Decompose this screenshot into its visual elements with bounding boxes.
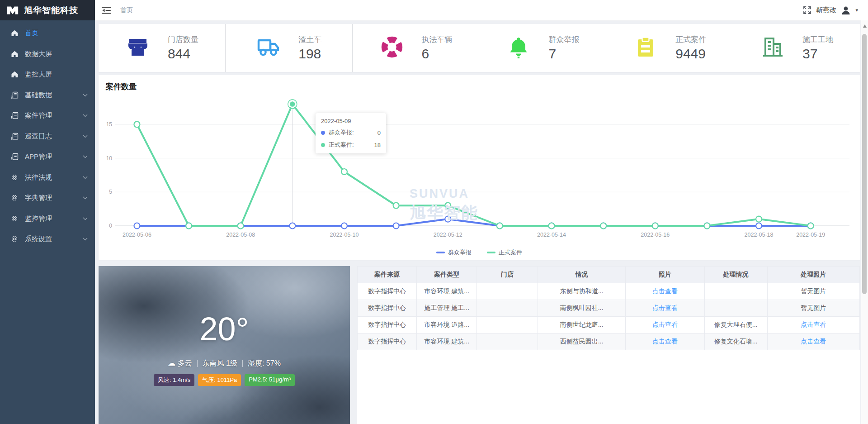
sidebar-item-9[interactable]: 监控管理 bbox=[0, 209, 95, 229]
stat-label: 施工工地 bbox=[802, 34, 833, 45]
collapse-sidebar-icon[interactable] bbox=[101, 6, 111, 15]
app-logo[interactable]: 旭华智能科技 bbox=[0, 0, 95, 20]
stats-row: 门店数量844渣土车198执法车辆6群众举报7正式案件9449施工工地37 bbox=[99, 24, 860, 72]
legend-item[interactable]: 群众举报 bbox=[436, 248, 472, 257]
panel-icon bbox=[11, 133, 19, 140]
series-dot-icon bbox=[321, 131, 325, 135]
scrollbar-thumb[interactable] bbox=[862, 34, 867, 294]
fullscreen-icon[interactable] bbox=[803, 6, 811, 14]
table-cell bbox=[477, 333, 538, 350]
stat-card-0: 门店数量844 bbox=[99, 24, 226, 72]
table-cell: 数字指挥中心 bbox=[358, 333, 417, 350]
sidebar-item-3[interactable]: 基础数据 bbox=[0, 85, 95, 106]
stat-text: 渣土车198 bbox=[298, 34, 321, 62]
table-cell: 修复文化石墙... bbox=[704, 333, 767, 350]
gear-icon bbox=[11, 194, 19, 202]
table-column-header: 案件类型 bbox=[417, 267, 477, 283]
chevron-down-icon bbox=[83, 94, 88, 97]
tooltip-label: 正式案件: bbox=[329, 141, 354, 149]
stat-card-1: 渣土车198 bbox=[226, 24, 353, 72]
tooltip-row: 群众举报:0 bbox=[321, 129, 381, 137]
stat-text: 群众举报7 bbox=[548, 34, 579, 62]
sidebar-item-0[interactable]: 首页 bbox=[0, 23, 95, 44]
gear-icon bbox=[11, 235, 19, 243]
sidebar-item-2[interactable]: 监控大屏 bbox=[0, 64, 95, 85]
stat-value: 198 bbox=[298, 46, 321, 62]
sidebar: 旭华智能科技 首页数据大屏监控大屏基础数据案件管理巡查日志APP管理法律法规字典… bbox=[0, 0, 95, 424]
panel-icon bbox=[11, 91, 19, 99]
view-photo-link[interactable]: 点击查看 bbox=[626, 333, 704, 350]
chevron-down-icon bbox=[83, 155, 88, 158]
table-cell: 南侧世纪龙庭... bbox=[538, 317, 625, 333]
topbar: 首页 靳燕改 ▾ bbox=[95, 0, 868, 21]
stat-text: 施工工地37 bbox=[802, 34, 833, 62]
cases-table-card: 案件来源案件类型门店情况照片处理情况处理照片数字指挥中心市容环境 建筑...东侧… bbox=[357, 266, 860, 424]
page-content: 门店数量844渣土车198执法车辆6群众举报7正式案件9449施工工地37 案件… bbox=[95, 21, 868, 424]
home-icon bbox=[11, 71, 19, 78]
stat-text: 门店数量844 bbox=[168, 34, 198, 62]
table-row: 数字指挥中心市容环境 建筑...西侧益民园出...点击查看修复文化石墙...点击… bbox=[358, 333, 860, 350]
table-cell: 数字指挥中心 bbox=[358, 283, 417, 300]
table-column-header: 处理照片 bbox=[767, 267, 859, 283]
table-column-header: 门店 bbox=[477, 267, 538, 283]
stat-card-3: 群众举报7 bbox=[479, 24, 606, 72]
panel-icon bbox=[11, 112, 19, 119]
gear-icon bbox=[11, 215, 19, 223]
cases-line-chart[interactable]: SUNVUA 旭华智能 0510152022-05-062022-05-0820… bbox=[106, 95, 853, 244]
view-photo-link[interactable]: 点击查看 bbox=[767, 333, 859, 350]
table-column-header: 案件来源 bbox=[358, 267, 417, 283]
table-cell: 数字指挥中心 bbox=[358, 300, 417, 317]
avatar[interactable] bbox=[841, 5, 851, 15]
cloud-icon: ☁ bbox=[168, 359, 175, 367]
table-cell bbox=[477, 300, 538, 317]
table-row: 数字指挥中心市容环境 道路...南侧世纪龙庭...点击查看修复大理石便...点击… bbox=[358, 317, 860, 333]
temperature: 20° bbox=[99, 310, 350, 348]
user-menu-caret-icon[interactable]: ▾ bbox=[855, 7, 858, 13]
truck-icon bbox=[256, 34, 281, 62]
sidebar-item-label: 法律法规 bbox=[25, 173, 83, 182]
tooltip-label: 群众举报: bbox=[329, 129, 354, 137]
table-row: 数字指挥中心施工管理 施工...南侧枫叶园社...点击查看暂无图片 bbox=[358, 300, 860, 317]
svg-text:2022-05-16: 2022-05-16 bbox=[641, 232, 670, 238]
table-column-header: 照片 bbox=[626, 267, 704, 283]
table-cell: 数字指挥中心 bbox=[358, 317, 417, 333]
logo-text: 旭华智能科技 bbox=[24, 5, 78, 16]
sidebar-item-6[interactable]: APP管理 bbox=[0, 147, 95, 167]
chart-title: 案件数量 bbox=[106, 81, 853, 92]
table-cell: 西侧益民园出... bbox=[538, 333, 625, 350]
view-photo-link[interactable]: 点击查看 bbox=[626, 317, 704, 333]
bottom-row: 20° ☁ 多云 东南风 1级 湿度: 57% 风速: 1.4m/s气压: 10… bbox=[99, 266, 860, 424]
cases-chart-card: 案件数量 SUNVUA 旭华智能 0510152022-05-062022-05… bbox=[99, 75, 860, 260]
divider bbox=[242, 360, 243, 367]
scrollbar[interactable] bbox=[861, 20, 868, 424]
view-photo-link[interactable]: 点击查看 bbox=[626, 283, 704, 300]
scrollbar-up-arrow[interactable] bbox=[863, 23, 867, 28]
sidebar-item-label: 监控管理 bbox=[25, 214, 83, 223]
breadcrumb[interactable]: 首页 bbox=[120, 6, 133, 14]
sidebar-item-10[interactable]: 系统设置 bbox=[0, 229, 95, 250]
tooltip-value: 18 bbox=[368, 142, 381, 148]
weather-inline: ☁ 多云 bbox=[168, 358, 192, 368]
divider bbox=[197, 360, 198, 367]
sidebar-item-label: 数据大屏 bbox=[25, 50, 88, 58]
panel-icon bbox=[11, 153, 19, 161]
sidebar-item-8[interactable]: 字典管理 bbox=[0, 188, 95, 209]
chart-svg: 0510152022-05-062022-05-082022-05-102022… bbox=[106, 95, 853, 244]
sidebar-item-5[interactable]: 巡查日志 bbox=[0, 126, 95, 147]
view-photo-link[interactable]: 点击查看 bbox=[626, 300, 704, 317]
sidebar-item-label: 案件管理 bbox=[25, 111, 83, 120]
app-root: 旭华智能科技 首页数据大屏监控大屏基础数据案件管理巡查日志APP管理法律法规字典… bbox=[0, 0, 868, 424]
sidebar-item-1[interactable]: 数据大屏 bbox=[0, 44, 95, 65]
view-photo-link[interactable]: 点击查看 bbox=[767, 317, 859, 333]
table-cell: 市容环境 建筑... bbox=[417, 283, 477, 300]
legend-item[interactable]: 正式案件 bbox=[487, 248, 522, 257]
svg-text:2022-05-18: 2022-05-18 bbox=[745, 232, 774, 238]
svg-text:2022-05-08: 2022-05-08 bbox=[226, 232, 255, 238]
stat-value: 9449 bbox=[675, 46, 706, 62]
stat-value: 7 bbox=[548, 46, 579, 62]
stat-card-5: 施工工地37 bbox=[733, 24, 860, 72]
sidebar-item-7[interactable]: 法律法规 bbox=[0, 167, 95, 188]
sidebar-item-4[interactable]: 案件管理 bbox=[0, 105, 95, 126]
table-cell bbox=[704, 300, 767, 317]
chevron-down-icon bbox=[83, 176, 88, 179]
